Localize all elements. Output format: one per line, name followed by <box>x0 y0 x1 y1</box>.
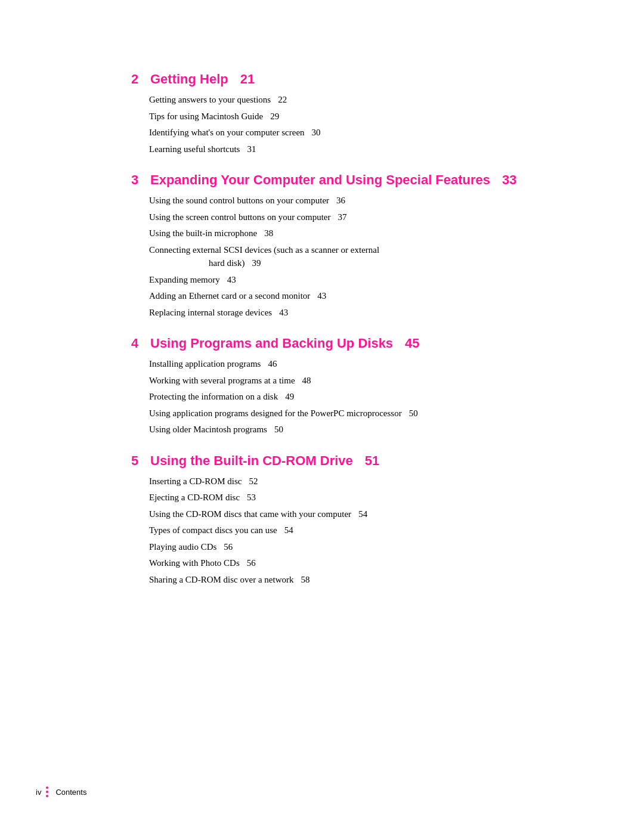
chapter-3-number: 3 <box>131 172 143 188</box>
chapter-4-number: 4 <box>131 336 143 351</box>
list-item: Using the built-in microphone 38 <box>149 227 549 240</box>
list-item: Sharing a CD-ROM disc over a network 58 <box>149 573 549 587</box>
footer-section-label: Contents <box>55 788 86 797</box>
chapter-3-title: Expanding Your Computer and Using Specia… <box>150 172 490 188</box>
list-item: Ejecting a CD-ROM disc 53 <box>149 491 549 504</box>
dot-3 <box>46 795 48 797</box>
chapter-2-heading: 2 Getting Help 21 <box>131 72 549 87</box>
list-item: Identifying what's on your computer scre… <box>149 126 549 140</box>
list-item: Using the sound control buttons on your … <box>149 194 549 208</box>
dot-1 <box>46 786 48 789</box>
chapter-2-title: Getting Help <box>150 72 228 87</box>
chapter-5-number: 5 <box>131 453 143 469</box>
chapter-5-section: 5 Using the Built-in CD-ROM Drive 51 Ins… <box>131 453 549 587</box>
chapter-2-number: 2 <box>131 72 143 87</box>
footer-page-number: iv <box>36 788 41 797</box>
footer: iv Contents <box>0 786 644 797</box>
chapter-5-heading: 5 Using the Built-in CD-ROM Drive 51 <box>131 453 549 469</box>
chapter-3-section: 3 Expanding Your Computer and Using Spec… <box>131 172 549 319</box>
list-item: Adding an Ethernet card or a second moni… <box>149 289 549 303</box>
list-item: Working with Photo CDs 56 <box>149 556 549 570</box>
chapter-4-section: 4 Using Programs and Backing Up Disks 45… <box>131 336 549 436</box>
list-item: Types of compact discs you can use 54 <box>149 524 549 537</box>
list-item: Expanding memory 43 <box>149 273 549 287</box>
list-item: Getting answers to your questions 22 <box>149 93 549 107</box>
list-item: Using older Macintosh programs 50 <box>149 423 549 436</box>
list-item: Playing audio CDs 56 <box>149 540 549 554</box>
chapter-4-page: 45 <box>405 336 419 351</box>
list-item: Using the CD-ROM discs that came with yo… <box>149 507 549 521</box>
chapter-4-title: Using Programs and Backing Up Disks <box>150 336 393 351</box>
chapter-5-title: Using the Built-in CD-ROM Drive <box>150 453 353 469</box>
list-item: Tips for using Macintosh Guide 29 <box>149 110 549 123</box>
chapter-2-section: 2 Getting Help 21 Getting answers to you… <box>131 72 549 156</box>
chapter-4-heading: 4 Using Programs and Backing Up Disks 45 <box>131 336 549 351</box>
list-item: Working with several programs at a time … <box>149 374 549 388</box>
page: 2 Getting Help 21 Getting answers to you… <box>0 0 644 833</box>
chapter-2-entries: Getting answers to your questions 22 Tip… <box>149 93 549 156</box>
list-item: Connecting external SCSI devices (such a… <box>149 243 549 270</box>
list-item: Using the screen control buttons on your… <box>149 210 549 224</box>
chapter-2-page: 21 <box>240 72 255 87</box>
list-item: Protecting the information on a disk 49 <box>149 390 549 404</box>
list-item: Replacing internal storage devices 43 <box>149 306 549 320</box>
dot-2 <box>46 791 48 793</box>
list-item: Inserting a CD-ROM disc 52 <box>149 475 549 488</box>
chapter-5-page: 51 <box>365 453 379 469</box>
chapter-3-heading: 3 Expanding Your Computer and Using Spec… <box>131 172 549 188</box>
footer-dots-decoration <box>46 786 48 797</box>
chapter-5-entries: Inserting a CD-ROM disc 52 Ejecting a CD… <box>149 475 549 587</box>
list-item: Installing application programs 46 <box>149 357 549 371</box>
chapter-3-entries: Using the sound control buttons on your … <box>149 194 549 319</box>
list-item: Using application programs designed for … <box>149 407 549 420</box>
chapter-3-page: 33 <box>502 172 516 188</box>
chapter-4-entries: Installing application programs 46 Worki… <box>149 357 549 436</box>
list-item: Learning useful shortcuts 31 <box>149 143 549 156</box>
